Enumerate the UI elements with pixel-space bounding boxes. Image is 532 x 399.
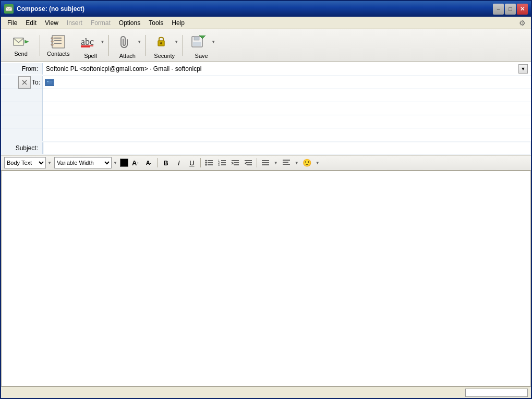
send-label: Send (14, 51, 28, 57)
align-dropdown-arrow[interactable]: ▼ (273, 160, 279, 166)
menu-insert[interactable]: Insert (63, 18, 87, 28)
security-button-row: ▼ (149, 31, 179, 52)
style-dropdown-arrow[interactable]: ▼ (46, 160, 53, 166)
toolbar-sep-2 (108, 35, 109, 56)
from-row: From: Softonic PL <softonicpl@gmail.com>… (1, 62, 531, 76)
subject-row: Subject: (1, 141, 531, 155)
title-bar: Compose: (no subject) – □ ✕ (1, 1, 531, 17)
attach-button[interactable] (112, 31, 136, 52)
style-select[interactable]: Body Text (4, 157, 46, 168)
bold-button[interactable]: B (160, 157, 172, 168)
fmt-sep-3 (257, 158, 257, 167)
svg-rect-5 (51, 41, 53, 42)
send-button[interactable]: Send (5, 31, 37, 59)
status-bar (1, 386, 531, 398)
to-area: To: (1, 76, 531, 141)
svg-rect-8 (54, 40, 62, 41)
menu-help[interactable]: Help (167, 18, 189, 28)
spacing-button[interactable] (281, 157, 292, 168)
toolbar-sep-3 (146, 35, 146, 56)
font-decrease-button[interactable]: A- (143, 157, 154, 168)
contacts-button[interactable]: Contacts (43, 31, 73, 59)
underline-button[interactable]: U (186, 157, 198, 168)
save-button[interactable] (186, 31, 210, 52)
to-row-3-input (43, 102, 531, 115)
menu-format[interactable]: Format (87, 18, 115, 28)
spell-button-row: abc ▼ (75, 31, 105, 52)
from-value-text: Softonic PL <softonicpl@gmail.com> · Gma… (46, 65, 518, 72)
spell-button[interactable]: abc (75, 31, 99, 52)
subject-input[interactable] (44, 142, 530, 154)
to-row-4 (1, 115, 531, 128)
email-body-textarea[interactable] (2, 171, 530, 386)
to-row-3 (1, 102, 531, 115)
emoji-dropdown-arrow[interactable]: ▼ (315, 160, 321, 166)
window-controls: – □ ✕ (493, 4, 528, 15)
spacing-dropdown-arrow[interactable]: ▼ (294, 160, 300, 166)
svg-text:3.: 3. (218, 163, 220, 166)
emoji-button[interactable]: 🙂 (301, 157, 313, 168)
security-icon (153, 33, 170, 50)
italic-button[interactable]: I (173, 157, 185, 168)
address-book-icon[interactable] (45, 79, 54, 86)
spell-group: abc ▼ Spell (75, 31, 105, 59)
spell-icon: abc (79, 33, 95, 50)
spell-dropdown-arrow[interactable]: ▼ (99, 39, 105, 45)
font-select[interactable]: Variable Width (54, 157, 112, 168)
unordered-list-button[interactable] (203, 157, 215, 168)
save-group: ▼ Save (186, 31, 216, 59)
toolbar-sep-1 (40, 35, 40, 56)
send-icon (13, 33, 29, 50)
svg-point-25 (205, 164, 207, 166)
outdent-button[interactable] (243, 157, 254, 168)
font-dropdown-arrow[interactable]: ▼ (112, 160, 118, 166)
menu-tools[interactable]: Tools (144, 18, 167, 28)
attach-group: ▼ Attach (112, 31, 142, 59)
to-row-2-input (43, 89, 531, 102)
to-input-field[interactable] (56, 79, 529, 86)
menu-file[interactable]: File (3, 18, 21, 28)
save-dropdown-arrow[interactable]: ▼ (210, 39, 216, 45)
format-toolbar: Body Text ▼ Variable Width ▼ A+ A- B I U (1, 155, 531, 171)
fmt-sep-1 (157, 158, 158, 167)
attach-label: Attach (119, 53, 136, 59)
attach-dropdown-arrow[interactable]: ▼ (136, 39, 142, 45)
svg-rect-7 (54, 38, 62, 39)
from-dropdown-button[interactable]: ▼ (518, 64, 528, 74)
font-color-swatch[interactable] (120, 159, 128, 167)
close-button[interactable]: ✕ (517, 4, 528, 15)
menu-options[interactable]: Options (115, 18, 144, 28)
attach-button-row: ▼ (112, 31, 142, 52)
ordered-list-button[interactable]: 1. 2. 3. (216, 157, 228, 168)
to-expand-button[interactable] (18, 76, 31, 89)
security-button[interactable] (149, 31, 173, 52)
to-row-5 (1, 128, 531, 141)
menu-edit[interactable]: Edit (21, 18, 41, 28)
svg-marker-2 (25, 40, 29, 43)
spell-label: Spell (84, 53, 96, 59)
svg-rect-16 (194, 37, 199, 40)
save-label: Save (195, 53, 208, 59)
indent-button[interactable] (229, 157, 241, 168)
menu-view[interactable]: View (41, 18, 63, 28)
settings-gear-icon[interactable]: ⚙ (516, 18, 529, 28)
align-button[interactable] (260, 157, 271, 168)
fmt-sep-2 (200, 158, 201, 167)
contacts-icon (50, 33, 67, 50)
toolbar-sep-4 (183, 35, 183, 56)
security-dropdown-arrow[interactable]: ▼ (173, 39, 179, 45)
to-row-4-input (43, 115, 531, 128)
menu-bar: File Edit View Insert Format Options Too… (1, 17, 531, 29)
security-label: Security (154, 53, 175, 59)
main-toolbar: Send Contacts (1, 29, 531, 62)
to-row-3-left (1, 102, 43, 115)
svg-point-23 (205, 160, 207, 162)
svg-rect-6 (51, 44, 53, 45)
minimize-button[interactable]: – (493, 4, 504, 15)
font-increase-button[interactable]: A+ (130, 157, 141, 168)
attach-icon (116, 33, 132, 50)
maximize-button[interactable]: □ (505, 4, 516, 15)
to-row-5-left (1, 128, 43, 141)
svg-rect-17 (193, 42, 201, 46)
contacts-label: Contacts (47, 51, 69, 57)
